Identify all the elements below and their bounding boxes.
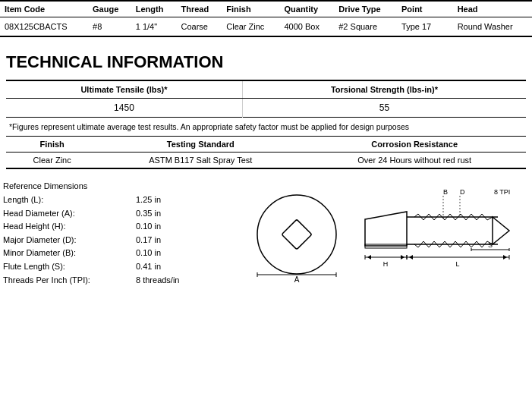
cell-thread: Coarse <box>177 17 222 37</box>
svg-marker-28 <box>367 255 371 259</box>
cell-head: Round Washer <box>453 17 532 37</box>
finish-row: Clear Zinc ASTM B117 Salt Spray Test Ove… <box>6 153 526 168</box>
testing-value: ASTM B117 Salt Spray Test <box>98 153 303 168</box>
dim-value: 1.25 in <box>136 193 246 207</box>
dimension-row: Length (L):1.25 in <box>3 193 246 207</box>
dimension-row: Threads Per Inch (TPI):8 threads/in <box>3 274 246 288</box>
svg-text:D: D <box>460 188 465 196</box>
finish-value: Clear Zinc <box>6 153 98 168</box>
col-header-length: Length <box>131 1 177 17</box>
technical-section: TECHNICAL INFORMATION Ultimate Tensile (… <box>0 37 532 177</box>
cell-length: 1 1/4" <box>131 17 177 37</box>
col-header-finish: Finish <box>222 1 279 17</box>
strength-table: Ultimate Tensile (lbs)* Torsional Streng… <box>6 80 526 118</box>
svg-text:H: H <box>382 260 388 268</box>
washer-diagram: A <box>247 185 346 284</box>
col-header-item-code: Item Code <box>0 1 88 17</box>
tensile-header: Ultimate Tensile (lbs)* <box>6 80 242 99</box>
svg-marker-29 <box>401 255 405 259</box>
cell-item-code: 08X125CBACTS <box>0 17 88 37</box>
svg-text:A: A <box>294 275 299 284</box>
cell-finish: Clear Zinc <box>222 17 279 37</box>
col-header-head: Head <box>453 1 532 17</box>
col-header-gauge: Gauge <box>88 1 131 17</box>
svg-rect-1 <box>282 219 312 250</box>
dim-label: Head Height (H): <box>3 220 136 234</box>
dim-label: Major Diameter (D): <box>3 234 136 247</box>
svg-marker-15 <box>493 217 509 244</box>
dimensions-rows: Length (L):1.25 inHead Diameter (A):0.35… <box>3 193 246 287</box>
svg-text:8 TPI: 8 TPI <box>494 188 510 196</box>
svg-point-0 <box>257 195 336 274</box>
tech-title: TECHNICAL INFORMATION <box>6 52 526 72</box>
col-header-quantity: Quantity <box>279 1 334 17</box>
dim-value: 0.35 in <box>136 207 246 221</box>
dim-label: Length (L): <box>3 193 136 207</box>
diagram-column: A B D 8 TPI <box>246 181 529 287</box>
dim-label: Threads Per Inch (TPI): <box>3 274 136 288</box>
col-header-thread: Thread <box>177 1 222 17</box>
svg-text:B: B <box>443 188 448 196</box>
testing-col-header: Testing Standard <box>98 137 303 153</box>
bottom-section: Reference Dimensions Length (L):1.25 inH… <box>0 177 532 290</box>
dim-value: 0.10 in <box>136 247 246 260</box>
corrosion-value: Over 24 Hours without red rust <box>303 153 526 168</box>
dimensions-column: Reference Dimensions Length (L):1.25 inH… <box>3 181 246 287</box>
dim-value: 0.17 in <box>136 234 246 247</box>
torsional-value: 55 <box>242 99 526 118</box>
tensile-value: 1450 <box>6 99 242 118</box>
dim-value: 8 threads/in <box>136 274 246 288</box>
finish-table: Finish Testing Standard Corrosion Resist… <box>6 137 526 168</box>
cell-quantity: 4000 Box <box>279 17 334 37</box>
cell-gauge: #8 <box>88 17 131 37</box>
dimension-row: Head Height (H):0.10 in <box>3 220 246 234</box>
dimensions-title: Reference Dimensions <box>3 181 246 190</box>
dimension-row: Major Diameter (D):0.17 in <box>3 234 246 247</box>
torsional-header: Torsional Strength (lbs-in)* <box>242 80 526 99</box>
disclaimer-text: *Figures represent ultimate average test… <box>6 118 526 137</box>
svg-text:S: S <box>487 241 492 249</box>
finish-table-wrapper: Finish Testing Standard Corrosion Resist… <box>6 137 526 169</box>
strength-row: 1450 55 <box>6 99 526 118</box>
cell-point: Type 17 <box>397 17 453 37</box>
dimension-row: Flute Length (S):0.41 in <box>3 260 246 274</box>
dim-label: Minor Diameter (B): <box>3 247 136 260</box>
dimension-row: Head Diameter (A):0.35 in <box>3 207 246 221</box>
dim-label: Flute Length (S): <box>3 260 136 274</box>
dim-label: Head Diameter (A): <box>3 207 136 221</box>
finish-col-header: Finish <box>6 137 98 153</box>
screw-diagram: B D 8 TPI <box>354 185 528 284</box>
svg-text:L: L <box>455 260 459 268</box>
svg-marker-30 <box>409 255 413 259</box>
col-header-drive-type: Drive Type <box>334 1 397 17</box>
dim-value: 0.10 in <box>136 220 246 234</box>
svg-marker-9 <box>365 212 407 246</box>
col-header-point: Point <box>397 1 453 17</box>
product-table: Item Code Gauge Length Thread Finish Qua… <box>0 0 532 37</box>
cell-drive-type: #2 Square <box>334 17 397 37</box>
svg-marker-31 <box>503 255 507 259</box>
dim-value: 0.41 in <box>136 260 246 274</box>
dimension-row: Minor Diameter (B):0.10 in <box>3 247 246 260</box>
product-row: 08X125CBACTS #8 1 1/4" Coarse Clear Zinc… <box>0 17 532 37</box>
corrosion-col-header: Corrosion Resistance <box>303 137 526 153</box>
